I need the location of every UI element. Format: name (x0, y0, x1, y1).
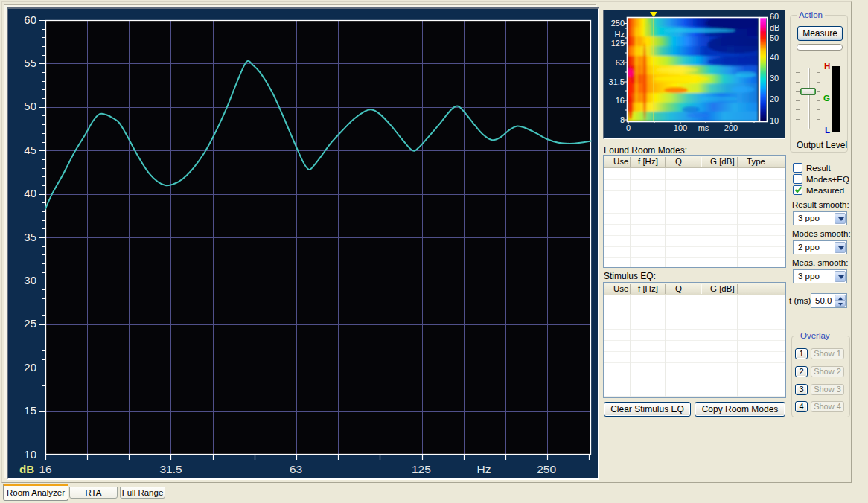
svg-text:25: 25 (24, 317, 36, 330)
svg-text:50: 50 (24, 100, 36, 112)
svg-text:20: 20 (770, 94, 779, 103)
svg-text:16: 16 (39, 463, 51, 475)
svg-text:100: 100 (674, 124, 687, 132)
svg-text:200: 200 (724, 124, 738, 132)
svg-text:60: 60 (770, 12, 779, 21)
svg-text:10: 10 (24, 448, 36, 461)
svg-text:250: 250 (611, 19, 625, 28)
svg-text:45: 45 (24, 144, 36, 156)
svg-text:63: 63 (616, 58, 625, 67)
svg-text:dB: dB (19, 463, 34, 475)
svg-text:40: 40 (770, 53, 779, 62)
svg-text:60: 60 (24, 13, 36, 26)
svg-text:250: 250 (537, 463, 556, 475)
svg-text:31.5: 31.5 (609, 77, 625, 86)
svg-text:125: 125 (611, 39, 625, 48)
svg-text:Hz: Hz (615, 30, 625, 39)
svg-text:30: 30 (24, 274, 36, 286)
svg-text:10: 10 (770, 116, 779, 125)
svg-text:31.5: 31.5 (159, 463, 182, 475)
svg-text:16: 16 (616, 96, 625, 105)
svg-text:dB: dB (770, 23, 779, 32)
svg-text:30: 30 (770, 74, 779, 83)
svg-text:20: 20 (24, 361, 36, 374)
svg-text:ms: ms (698, 124, 709, 132)
svg-text:Hz: Hz (477, 463, 491, 475)
svg-text:40: 40 (24, 187, 36, 199)
svg-text:55: 55 (24, 57, 36, 69)
svg-text:125: 125 (412, 463, 431, 475)
svg-text:35: 35 (24, 231, 36, 243)
svg-text:0: 0 (626, 124, 631, 132)
svg-text:63: 63 (290, 463, 302, 475)
svg-text:15: 15 (24, 404, 36, 417)
svg-text:50: 50 (770, 33, 779, 42)
